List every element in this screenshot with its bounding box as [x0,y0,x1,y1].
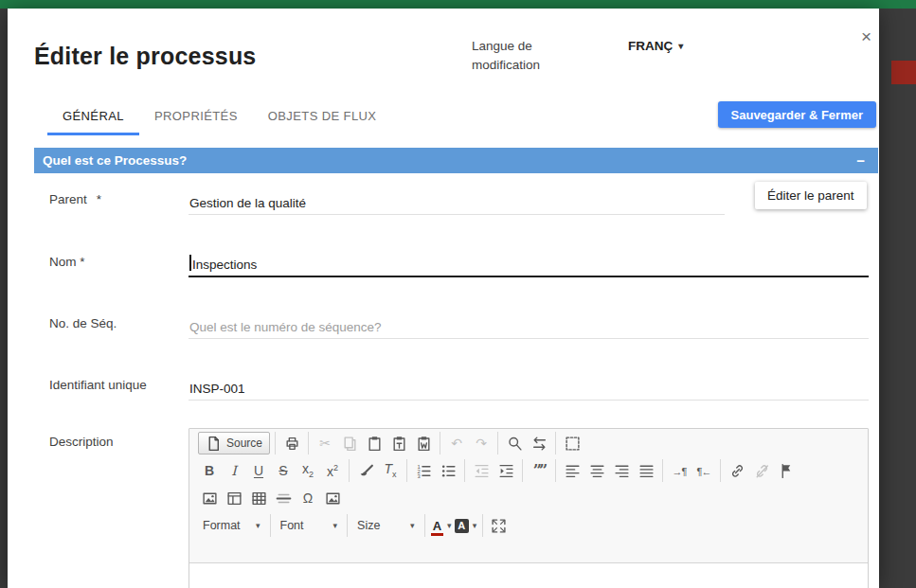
align-center-button[interactable] [585,459,608,482]
font-dropdown[interactable]: Font▾ [275,514,344,537]
unique-id-field-row: Identifiant unique [49,370,869,401]
sequence-field-underline [189,309,869,339]
toolbar-group [276,432,309,454]
text-color-button[interactable]: A▾ [430,514,453,537]
redo-button: ↷ [470,432,493,454]
tab-proprietes[interactable]: PROPRIÉTÉS [139,99,253,135]
underline-button[interactable]: U [247,459,270,482]
source-button[interactable]: Source [198,432,270,454]
toolbar-row-2: BIUSx2x2Tx””→¶¶← [189,456,868,484]
toolbar-group: BIUSx2x2 [193,459,350,482]
align-justify-icon [638,463,655,479]
unique-id-input[interactable] [189,382,870,396]
edit-parent-button[interactable]: Éditer le parent [755,182,867,209]
paste-text-button[interactable] [387,432,410,454]
text-direction-ltr-button[interactable]: →¶ [668,459,691,482]
paste-text-icon [391,436,407,452]
cut-icon: ✂ [319,437,331,450]
decrease-indent-button [470,459,493,482]
paste-button[interactable] [363,432,386,454]
select-all-button[interactable] [561,432,584,454]
parent-field-row: Parent* [49,185,869,215]
align-left-button[interactable] [561,459,584,482]
horizontal-rule-button[interactable] [272,487,295,509]
size-dropdown[interactable]: Size▾ [351,514,421,537]
chevron-down-icon: ▾ [410,521,415,530]
paste-icon [367,436,383,452]
maximize-button[interactable] [488,514,511,537]
increase-indent-button[interactable] [494,459,517,482]
sequence-label: No. de Séq. [49,316,117,330]
toolbar-group: Format▾ [193,514,271,537]
superscript-button[interactable]: x2 [321,459,344,482]
toolbar-group: ”” [523,459,556,482]
bold-button[interactable]: B [198,459,221,482]
language-dropdown[interactable]: FRANÇ ▾ [628,39,683,53]
parent-label-text: Parent [49,192,87,206]
special-character-button[interactable]: Ω [296,487,319,509]
paste-word-icon [416,436,432,452]
name-field-row: Nom * [49,247,869,277]
align-right-icon [614,463,630,479]
undo-icon: ↶ [451,437,462,450]
toolbar-row-4: Format▾Font▾Size▾A▾A▾ [189,511,868,539]
strikethrough-button[interactable]: S [272,459,295,482]
blockquote-icon: ”” [533,463,545,478]
name-label: Nom * [49,255,85,269]
remove-format-button[interactable]: Tx [379,459,402,482]
section-header[interactable]: Quel est ce Processus? − [34,148,878,173]
editor-content-area[interactable] [189,562,868,588]
superscript-icon: x2 [327,464,338,478]
text-color-icon: A [431,519,443,532]
name-input[interactable] [189,258,872,272]
link-icon [729,463,745,479]
insert-image-button[interactable] [198,487,221,509]
description-rich-text-editor: Source✂↶↷BIUSx2x2Tx””→¶¶←ΩFormat▾Font▾Si… [189,428,869,588]
size-dropdown-label: Size [357,519,406,532]
copy-formatting-button[interactable] [354,459,377,482]
print-button[interactable] [280,432,303,454]
insert-template-icon [226,490,242,507]
anchor-icon [779,463,795,479]
font-dropdown-label: Font [280,519,330,532]
collapse-icon[interactable]: − [856,152,878,169]
text-direction-rtl-button[interactable]: ¶← [692,459,715,482]
toolbar-group: ✂ [309,432,440,454]
insert-media-button[interactable] [321,487,344,509]
bulleted-list-button[interactable] [437,459,459,482]
save-close-button[interactable]: Sauvegarder & Fermer [718,101,876,128]
numbered-list-button[interactable] [412,459,435,482]
sequence-field-row: No. de Séq. [49,309,869,339]
subscript-icon: x2 [302,462,314,479]
text-direction-rtl-icon: ¶← [697,464,711,477]
parent-input[interactable] [189,196,726,210]
dialog-title: Éditer le processus [34,43,256,70]
toolbar-group: ↶↷ [440,432,498,454]
paste-word-button[interactable] [412,432,435,454]
toolbar-group [483,514,515,537]
insert-table-button[interactable] [247,487,270,509]
insert-table-icon [251,490,267,507]
sequence-input[interactable] [189,320,870,334]
anchor-button[interactable] [775,459,798,482]
find-button[interactable] [503,432,526,454]
replace-button[interactable] [528,432,550,454]
close-icon[interactable]: × [861,27,871,45]
background-color-button[interactable]: A▾ [455,514,477,537]
redo-icon: ↷ [476,437,487,450]
blockquote-button[interactable]: ”” [528,459,550,482]
paragraph-format-dropdown[interactable]: Format▾ [197,514,266,537]
tab-objets-de-flux[interactable]: OBJETS DE FLUX [253,99,392,135]
toolbar-group: Tx [350,459,407,482]
italic-button[interactable]: I [223,459,245,482]
align-justify-button[interactable] [635,459,657,482]
link-button[interactable] [726,459,748,482]
toolbar-group [465,459,523,482]
insert-template-button[interactable] [223,487,245,509]
chevron-down-icon: ▾ [256,521,260,530]
subscript-button[interactable]: x2 [296,459,319,482]
align-right-button[interactable] [610,459,633,482]
text-direction-ltr-icon: →¶ [673,464,687,477]
chevron-down-icon: ▾ [678,41,683,51]
tab-general[interactable]: GÉNÉRAL [47,99,139,135]
